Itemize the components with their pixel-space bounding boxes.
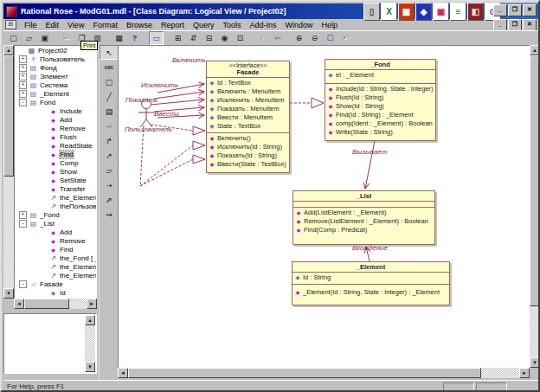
tree-expander[interactable]: +	[19, 211, 27, 219]
tree-expander[interactable]: -	[19, 220, 27, 228]
cut-button[interactable]: ✂	[59, 31, 74, 45]
operation[interactable]: Flush(Id : String)	[336, 93, 383, 101]
package-tool[interactable]: ▱	[100, 163, 119, 177]
tree-expander[interactable]: -	[19, 99, 27, 106]
tree-item-label[interactable]: Transfer	[60, 185, 86, 193]
scroll-left-button[interactable]: ◄	[118, 368, 128, 378]
save-app-shortcut-icon[interactable]: ▣	[433, 3, 449, 21]
browse-interaction-diagram-button[interactable]: ⇵	[186, 31, 201, 45]
tree-expander[interactable]: +	[19, 81, 27, 89]
association-label-include[interactable]: Включить	[172, 56, 206, 64]
text-box-tool[interactable]: ABC	[100, 60, 119, 74]
child-restore-button[interactable]: ❐	[508, 19, 522, 31]
note-tool[interactable]: ▢	[100, 74, 119, 89]
scroll-down-button[interactable]: ▼	[530, 357, 540, 368]
scroll-up-button[interactable]: ▲	[530, 45, 540, 55]
tree-item-label[interactable]: Find	[60, 151, 74, 158]
browse-component-diagram-button[interactable]: ⊟	[202, 31, 216, 45]
tree-item-label[interactable]: Fasade	[40, 280, 63, 288]
rational-rose-app-icon[interactable]	[6, 6, 17, 17]
maroon-app-shortcut-icon[interactable]: ◧	[467, 3, 484, 21]
tree-expander[interactable]: +	[19, 90, 27, 98]
class-box-list[interactable]: _List Add(ListElement : _Element) Remove…	[292, 190, 435, 245]
zoom-in-button[interactable]: ⊕	[292, 31, 306, 45]
tree-item-label[interactable]: Фонд	[40, 64, 57, 72]
menu-edit[interactable]: Edit	[42, 20, 64, 30]
attribute[interactable]: State : TextBox	[217, 122, 260, 130]
red-app-shortcut-icon[interactable]: ▦	[398, 3, 415, 21]
tree-item-label[interactable]: _List	[40, 220, 55, 228]
canvas-horizontal-scrollbar[interactable]: ◄ ►	[118, 368, 530, 378]
child-window-icon[interactable]: ⊞	[5, 20, 16, 29]
save-button[interactable]: ▣	[37, 31, 52, 45]
tree-item-label[interactable]: Remove	[60, 237, 86, 245]
class-diagram-canvas[interactable]: Включить Исключить Показать Ввести Польз…	[118, 45, 530, 368]
attribute[interactable]: Id : TextBox	[217, 79, 251, 87]
anchor-note-tool[interactable]: ╱	[100, 89, 119, 104]
menu-help[interactable]: Help	[318, 20, 343, 30]
tree-expander[interactable]: -	[19, 280, 27, 288]
tree-item-label[interactable]: the_Fond [ _Fo	[60, 254, 97, 262]
tree-item-label[interactable]: Remove	[60, 125, 86, 132]
operation[interactable]: Ввести(State : TestBox)	[217, 160, 286, 168]
scroll-up-button[interactable]: ▲	[85, 315, 95, 325]
tree-horizontal-scrollbar[interactable]: ◄ ►	[14, 299, 97, 309]
context-help-button[interactable]: ?	[127, 31, 142, 45]
tree-item-label[interactable]: theПользоват	[60, 202, 97, 210]
tree-item-label[interactable]: Add	[60, 228, 72, 236]
operation[interactable]: Include(Id : String, State : Integer)	[336, 85, 434, 93]
minimize-button[interactable]: _	[493, 4, 507, 16]
tree-item-label[interactable]: the_Element [_	[60, 194, 97, 202]
operation[interactable]: Показать(Id : String)	[217, 151, 277, 159]
excel-shortcut-icon[interactable]: X	[381, 3, 397, 21]
operation[interactable]: Show(Id : String)	[336, 102, 384, 110]
fit-in-window-button[interactable]: ☐	[323, 31, 338, 45]
dependency-label-inclusion[interactable]: Вхождение	[352, 244, 388, 252]
scroll-right-button[interactable]: ►	[87, 299, 97, 309]
class-tool[interactable]: ▤	[100, 104, 119, 119]
blue-app-shortcut-icon[interactable]: ◈	[415, 3, 432, 21]
association-label-show[interactable]: Показать	[125, 96, 158, 104]
view-documentation-button[interactable]: ▭	[149, 31, 164, 45]
attribute[interactable]: Исключить : MenuItem	[217, 96, 284, 104]
operation[interactable]: Исключить(Id : String)	[217, 143, 282, 151]
operation[interactable]: _Element(Id : String, State : Integer) :…	[303, 288, 440, 296]
selection-tool[interactable]: ↖	[100, 45, 119, 60]
unidirectional-association-tool[interactable]: ↱	[100, 133, 119, 148]
tree-expander[interactable]: +	[19, 55, 27, 63]
operation[interactable]: Write(State : String)	[336, 128, 393, 136]
browse-previous-diagram-button[interactable]: ⇦	[270, 31, 285, 45]
zoom-out-button[interactable]: ⊖	[307, 31, 322, 45]
close-button[interactable]: ✕	[523, 4, 537, 16]
dependency-label-calls[interactable]: Вызывает	[352, 148, 387, 156]
tree-item-label[interactable]: Система	[40, 81, 68, 89]
browse-parent-button[interactable]: ↑	[254, 31, 269, 45]
operation[interactable]: Включить()	[217, 134, 251, 142]
child-minimize-button[interactable]: _	[493, 19, 507, 31]
tree-item-label[interactable]: Flush	[60, 133, 77, 141]
scroll-thumb[interactable]	[530, 55, 540, 306]
menu-view[interactable]: View	[63, 20, 88, 30]
interface-tool[interactable]: -○	[100, 119, 119, 133]
documentation-scrollbar[interactable]: ▲ ▼	[85, 315, 95, 372]
actor-label[interactable]: Пользователь	[125, 125, 172, 133]
new-button[interactable]: ▢	[6, 31, 21, 45]
menu-report[interactable]: Report	[157, 20, 189, 30]
operation[interactable]: comp(Ident : _Element) : Boolean	[336, 119, 433, 127]
tree-expander[interactable]: +	[19, 64, 27, 72]
menu-file[interactable]: File	[20, 20, 42, 30]
association-class-tool[interactable]: ↗	[100, 148, 119, 163]
tree-item-label[interactable]: Id	[60, 289, 66, 297]
scroll-right-button[interactable]: ►	[519, 368, 530, 378]
tree-item-label[interactable]: the_Element [ _	[60, 263, 97, 271]
tree-item-label[interactable]: Fond	[40, 99, 55, 106]
maximize-button[interactable]: ❐	[508, 4, 522, 16]
print-button[interactable]: ▦	[112, 31, 126, 45]
operation[interactable]: Add(ListElement : _Element)	[304, 209, 386, 216]
tree-item-label[interactable]: Find	[60, 246, 74, 254]
clipboard-shortcut-icon[interactable]: ▯	[363, 3, 380, 21]
realize-lines[interactable]	[140, 125, 193, 186]
tree-item-label[interactable]: Project02	[38, 47, 68, 55]
class-box-fasade[interactable]: <<Interface>> Fasade Id : TextBox Включи…	[206, 61, 290, 173]
tree-item-label[interactable]: ReadState	[60, 142, 93, 150]
